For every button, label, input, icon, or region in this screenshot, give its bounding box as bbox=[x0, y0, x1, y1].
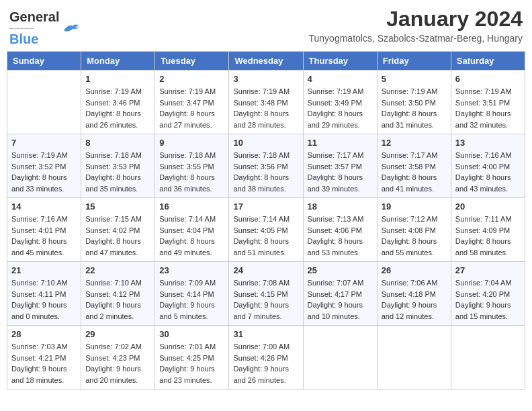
day-info: Sunrise: 7:17 AMSunset: 3:57 PMDaylight:… bbox=[308, 150, 373, 194]
calendar-cell: 14 Sunrise: 7:16 AMSunset: 4:01 PMDaylig… bbox=[7, 198, 81, 262]
day-info: Sunrise: 7:18 AMSunset: 3:55 PMDaylight:… bbox=[159, 150, 224, 194]
calendar-cell: 4 Sunrise: 7:19 AMSunset: 3:49 PMDayligh… bbox=[303, 71, 377, 134]
day-info: Sunrise: 7:08 AMSunset: 4:15 PMDaylight:… bbox=[233, 277, 298, 322]
calendar-cell: 23 Sunrise: 7:09 AMSunset: 4:14 PMDaylig… bbox=[155, 262, 229, 326]
calendar-cell: 5 Sunrise: 7:19 AMSunset: 3:50 PMDayligh… bbox=[377, 71, 451, 134]
calendar-cell: 12 Sunrise: 7:17 AMSunset: 3:58 PMDaylig… bbox=[377, 134, 451, 198]
calendar-cell: 21 Sunrise: 7:10 AMSunset: 4:11 PMDaylig… bbox=[7, 262, 81, 326]
day-number: 5 bbox=[382, 74, 447, 84]
day-number: 7 bbox=[11, 138, 77, 148]
day-info: Sunrise: 7:14 AMSunset: 4:05 PMDaylight:… bbox=[233, 214, 298, 258]
day-info: Sunrise: 7:10 AMSunset: 4:12 PMDaylight:… bbox=[85, 277, 150, 322]
weekday-header-saturday: Saturday bbox=[451, 52, 525, 71]
weekday-header-row: SundayMondayTuesdayWednesdayThursdayFrid… bbox=[7, 52, 525, 71]
day-info: Sunrise: 7:19 AMSunset: 3:48 PMDaylight:… bbox=[233, 86, 298, 130]
day-number: 4 bbox=[308, 74, 373, 84]
day-info: Sunrise: 7:19 AMSunset: 3:47 PMDaylight:… bbox=[159, 86, 224, 130]
calendar-week-row-2: 7 Sunrise: 7:19 AMSunset: 3:52 PMDayligh… bbox=[7, 134, 525, 198]
calendar-cell: 2 Sunrise: 7:19 AMSunset: 3:47 PMDayligh… bbox=[155, 71, 229, 134]
calendar-cell: 19 Sunrise: 7:12 AMSunset: 4:08 PMDaylig… bbox=[377, 198, 451, 262]
title-block: January 2024 Tunyogmatolcs, Szabolcs-Sza… bbox=[309, 7, 523, 44]
day-info: Sunrise: 7:16 AMSunset: 4:01 PMDaylight:… bbox=[11, 214, 77, 258]
calendar-cell: 27 Sunrise: 7:04 AMSunset: 4:20 PMDaylig… bbox=[451, 262, 525, 326]
calendar-cell: 30 Sunrise: 7:01 AMSunset: 4:25 PMDaylig… bbox=[155, 326, 229, 390]
calendar-cell: 29 Sunrise: 7:02 AMSunset: 4:23 PMDaylig… bbox=[81, 326, 155, 390]
weekday-header-wednesday: Wednesday bbox=[229, 52, 303, 71]
calendar-cell: 13 Sunrise: 7:16 AMSunset: 4:00 PMDaylig… bbox=[451, 134, 525, 198]
day-number: 28 bbox=[11, 329, 77, 339]
logo-general: General bbox=[9, 9, 59, 24]
day-number: 27 bbox=[455, 265, 521, 275]
day-info: Sunrise: 7:17 AMSunset: 3:58 PMDaylight:… bbox=[382, 150, 447, 194]
day-number: 9 bbox=[159, 138, 224, 148]
day-info: Sunrise: 7:15 AMSunset: 4:02 PMDaylight:… bbox=[85, 214, 150, 258]
page-header: General─────Blue January 2024 Tunyogmato… bbox=[7, 7, 525, 47]
calendar-cell: 7 Sunrise: 7:19 AMSunset: 3:52 PMDayligh… bbox=[7, 134, 81, 198]
weekday-header-monday: Monday bbox=[81, 52, 155, 71]
subtitle: Tunyogmatolcs, Szabolcs-Szatmar-Bereg, H… bbox=[309, 33, 523, 44]
day-info: Sunrise: 7:14 AMSunset: 4:04 PMDaylight:… bbox=[159, 214, 224, 258]
day-number: 30 bbox=[159, 329, 224, 339]
calendar-cell: 15 Sunrise: 7:15 AMSunset: 4:02 PMDaylig… bbox=[81, 198, 155, 262]
day-info: Sunrise: 7:07 AMSunset: 4:17 PMDaylight:… bbox=[308, 277, 373, 322]
calendar-cell: 9 Sunrise: 7:18 AMSunset: 3:55 PMDayligh… bbox=[155, 134, 229, 198]
day-info: Sunrise: 7:19 AMSunset: 3:52 PMDaylight:… bbox=[11, 150, 77, 194]
day-number: 11 bbox=[308, 138, 373, 148]
day-number: 20 bbox=[455, 201, 521, 212]
day-number: 8 bbox=[85, 138, 150, 148]
calendar-cell: 20 Sunrise: 7:11 AMSunset: 4:09 PMDaylig… bbox=[451, 198, 525, 262]
calendar-cell bbox=[377, 326, 451, 390]
day-number: 22 bbox=[85, 265, 150, 275]
day-info: Sunrise: 7:00 AMSunset: 4:26 PMDaylight:… bbox=[233, 341, 298, 385]
calendar-cell: 24 Sunrise: 7:08 AMSunset: 4:15 PMDaylig… bbox=[229, 262, 303, 326]
day-number: 16 bbox=[159, 201, 224, 212]
calendar-cell: 1 Sunrise: 7:19 AMSunset: 3:46 PMDayligh… bbox=[81, 71, 155, 134]
calendar-cell: 8 Sunrise: 7:18 AMSunset: 3:53 PMDayligh… bbox=[81, 134, 155, 198]
day-number: 18 bbox=[308, 201, 373, 212]
day-number: 25 bbox=[308, 265, 373, 275]
day-number: 10 bbox=[233, 138, 298, 148]
calendar-week-row-5: 28 Sunrise: 7:03 AMSunset: 4:21 PMDaylig… bbox=[7, 326, 525, 390]
day-info: Sunrise: 7:19 AMSunset: 3:50 PMDaylight:… bbox=[382, 86, 447, 130]
day-info: Sunrise: 7:06 AMSunset: 4:18 PMDaylight:… bbox=[382, 277, 447, 322]
day-number: 13 bbox=[455, 138, 521, 148]
day-number: 12 bbox=[382, 138, 447, 148]
day-number: 1 bbox=[85, 74, 150, 84]
calendar-cell: 31 Sunrise: 7:00 AMSunset: 4:26 PMDaylig… bbox=[229, 326, 303, 390]
day-info: Sunrise: 7:13 AMSunset: 4:06 PMDaylight:… bbox=[308, 214, 373, 258]
calendar-cell: 11 Sunrise: 7:17 AMSunset: 3:57 PMDaylig… bbox=[303, 134, 377, 198]
weekday-header-thursday: Thursday bbox=[303, 52, 377, 71]
weekday-header-sunday: Sunday bbox=[7, 52, 81, 71]
day-info: Sunrise: 7:11 AMSunset: 4:09 PMDaylight:… bbox=[455, 214, 521, 258]
day-info: Sunrise: 7:18 AMSunset: 3:56 PMDaylight:… bbox=[233, 150, 298, 194]
logo-blue: Blue bbox=[9, 32, 38, 46]
day-number: 6 bbox=[455, 74, 521, 84]
calendar-cell: 28 Sunrise: 7:03 AMSunset: 4:21 PMDaylig… bbox=[7, 326, 81, 390]
calendar-week-row-3: 14 Sunrise: 7:16 AMSunset: 4:01 PMDaylig… bbox=[7, 198, 525, 262]
calendar-cell: 6 Sunrise: 7:19 AMSunset: 3:51 PMDayligh… bbox=[451, 71, 525, 134]
day-number: 15 bbox=[85, 201, 150, 212]
calendar-cell: 22 Sunrise: 7:10 AMSunset: 4:12 PMDaylig… bbox=[81, 262, 155, 326]
day-number: 3 bbox=[233, 74, 298, 84]
day-number: 29 bbox=[85, 329, 150, 339]
logo-line: ───── bbox=[9, 25, 59, 32]
day-number: 2 bbox=[159, 74, 224, 84]
day-info: Sunrise: 7:16 AMSunset: 4:00 PMDaylight:… bbox=[455, 150, 521, 194]
day-info: Sunrise: 7:19 AMSunset: 3:49 PMDaylight:… bbox=[308, 86, 373, 130]
logo-bird-icon bbox=[60, 21, 81, 35]
day-info: Sunrise: 7:09 AMSunset: 4:14 PMDaylight:… bbox=[159, 277, 224, 322]
day-info: Sunrise: 7:19 AMSunset: 3:51 PMDaylight:… bbox=[455, 86, 521, 130]
day-number: 17 bbox=[233, 201, 298, 212]
calendar-week-row-1: 1 Sunrise: 7:19 AMSunset: 3:46 PMDayligh… bbox=[7, 71, 525, 134]
day-info: Sunrise: 7:02 AMSunset: 4:23 PMDaylight:… bbox=[85, 341, 150, 385]
calendar-cell: 16 Sunrise: 7:14 AMSunset: 4:04 PMDaylig… bbox=[155, 198, 229, 262]
calendar-cell: 25 Sunrise: 7:07 AMSunset: 4:17 PMDaylig… bbox=[303, 262, 377, 326]
day-info: Sunrise: 7:10 AMSunset: 4:11 PMDaylight:… bbox=[11, 277, 77, 322]
weekday-header-tuesday: Tuesday bbox=[155, 52, 229, 71]
logo-text: General─────Blue bbox=[9, 9, 59, 47]
weekday-header-friday: Friday bbox=[377, 52, 451, 71]
calendar-cell: 26 Sunrise: 7:06 AMSunset: 4:18 PMDaylig… bbox=[377, 262, 451, 326]
day-info: Sunrise: 7:03 AMSunset: 4:21 PMDaylight:… bbox=[11, 341, 77, 385]
day-number: 21 bbox=[11, 265, 77, 275]
day-number: 23 bbox=[159, 265, 224, 275]
